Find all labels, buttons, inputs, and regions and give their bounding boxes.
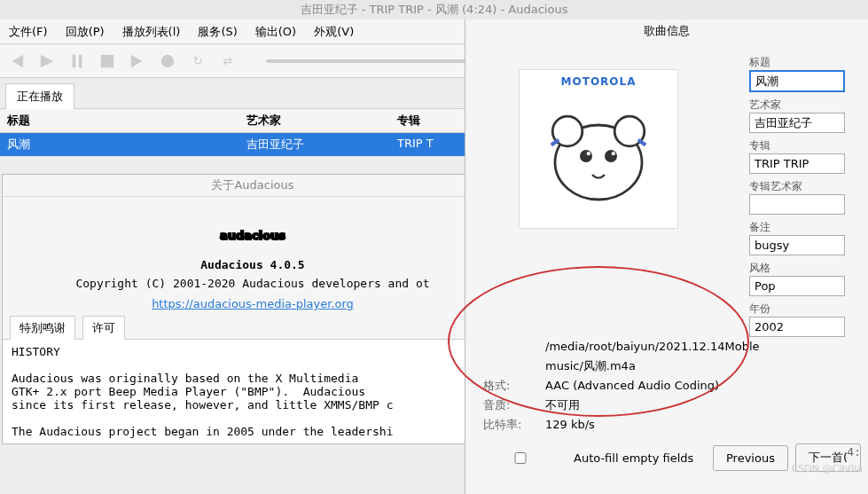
input-album-artist[interactable] [749,194,845,215]
about-dialog: 关于Audacious audacious Audacious 4.0.5 Co… [2,174,504,444]
next-track-icon[interactable] [128,51,147,71]
cell-artist: 吉田亚纪子 [239,133,390,156]
menu-playlist[interactable]: 播放列表(l) [113,20,190,43]
album-art-area: MOTOROLA [465,43,749,337]
song-info-dialog: 歌曲信息 MOTOROLA 标题 艺术家 专辑 [465,20,868,494]
svg-point-6 [580,150,592,162]
input-title[interactable] [749,70,845,92]
svg-point-7 [605,150,617,162]
input-year[interactable] [749,317,845,337]
bitrate-value: 129 kb/s [545,415,595,435]
label-year: 年份 [749,302,864,317]
label-album-artist: 专辑艺术家 [749,179,864,194]
col-artist[interactable]: 艺术家 [239,109,390,132]
pause-icon[interactable] [67,51,87,71]
tab-thanks[interactable]: 特别鸣谢 [10,316,75,340]
hamster-icon [536,88,661,212]
label-comment: 备注 [749,220,864,235]
previous-button[interactable]: Previous [713,445,788,471]
menu-view[interactable]: 外观(V) [305,20,363,43]
record-icon[interactable] [158,51,177,71]
menu-playback[interactable]: 回放(P) [57,20,113,43]
input-genre[interactable] [749,276,845,296]
repeat-icon[interactable]: ↻ [188,51,207,71]
window-title: 吉田亚纪子 - TRIP TRIP - 风潮 (4:24) - Audaciou… [0,0,868,20]
svg-point-1 [161,54,174,67]
svg-text:audacious: audacious [220,229,285,242]
input-album[interactable] [749,153,845,174]
watermark: CSDN @Clb0la [792,463,863,474]
field-panel: 标题 艺术家 专辑 专辑艺术家 备注 风格 年份 [749,43,868,337]
label-title: 标题 [749,55,864,70]
format-value: AAC (Advanced Audio Coding) [545,376,719,396]
input-artist[interactable] [749,113,845,133]
shuffle-icon[interactable]: ⇄ [218,51,238,71]
input-comment[interactable] [749,235,845,255]
stop-icon[interactable] [98,51,117,71]
label-artist: 艺术家 [749,98,864,113]
col-title[interactable]: 标题 [0,109,239,132]
quality-value: 不可用 [545,396,580,415]
menu-output[interactable]: 输出(O) [246,20,305,43]
format-label: 格式: [483,376,545,396]
about-tabs: 特别鸣谢 许可 [3,316,503,340]
time-display: 4: [847,445,861,459]
svg-rect-0 [101,54,113,67]
file-meta: /media/root/baiyun/2021.12.14Moble music… [465,337,868,435]
about-title: 关于Audacious [3,175,503,197]
label-genre: 风格 [749,261,864,276]
quality-label: 音质: [483,396,545,415]
menu-services[interactable]: 服务(S) [189,20,246,43]
brand-text: MOTOROLA [561,75,637,88]
menu-file[interactable]: 文件(F) [0,20,57,43]
prev-track-icon[interactable] [7,51,27,71]
album-art: MOTOROLA [519,69,678,229]
homepage-link[interactable]: https://audacious-media-player.org [152,297,354,310]
autofill-check[interactable] [473,452,568,464]
svg-point-8 [587,152,590,155]
about-copyright: Copyright (C) 2001-2020 Audacious develo… [3,275,503,292]
tab-license[interactable]: 许可 [82,316,125,340]
song-info-title: 歌曲信息 [465,20,868,43]
tab-now-playing[interactable]: 正在播放 [5,83,74,109]
audacious-logo: audacious [3,197,503,255]
play-icon[interactable] [37,51,57,71]
about-body: HISTORY Audacious was originally based o… [3,340,503,443]
cell-title: 风潮 [0,133,239,156]
file-path: /media/root/baiyun/2021.12.14Moble music… [545,337,758,376]
autofill-checkbox[interactable]: Auto-fill empty fields [473,451,706,465]
label-album: 专辑 [749,138,864,153]
bitrate-label: 比特率: [483,415,545,435]
svg-point-9 [612,152,615,155]
about-version: Audacious 4.0.5 [3,255,503,275]
about-link: https://audacious-media-player.org [3,292,503,316]
